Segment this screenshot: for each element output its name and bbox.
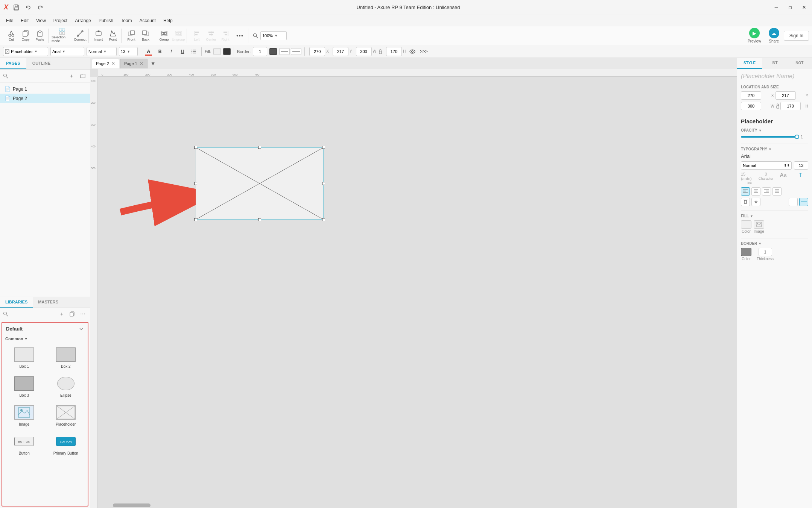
lock-size-icon[interactable] [379,49,382,54]
tab-outline[interactable]: OUTLINE [26,58,56,69]
copy-button[interactable]: Copy [19,29,32,43]
align-left-button[interactable]: Left [190,29,204,43]
page-item-1[interactable]: 📄 Page 1 [0,84,90,94]
border-color-swatch[interactable] [269,48,277,55]
widget-primary-button[interactable]: BUTTON Primary Button [46,431,86,458]
scrollbar-thumb[interactable] [113,503,151,507]
redo-icon[interactable] [36,3,44,12]
cut-button[interactable]: Cut [5,29,18,43]
h-input[interactable] [780,102,801,110]
x-input[interactable] [741,91,761,100]
line-style-btn2[interactable] [799,198,808,206]
handle-bl[interactable] [194,218,197,221]
valign-top-btn[interactable] [741,198,750,206]
handle-bm[interactable] [258,218,261,221]
menu-arrange[interactable]: Arrange [72,17,94,24]
tab-libraries[interactable]: LIBRARIES [0,297,33,308]
menu-file[interactable]: File [3,17,16,24]
align-center-text-btn[interactable] [751,187,760,196]
more-align-button[interactable] [233,29,246,43]
handle-ml[interactable] [194,182,197,185]
lib-dropdown-arrow[interactable] [79,326,84,332]
menu-view[interactable]: View [33,17,49,24]
insert-button[interactable]: Insert [92,29,105,43]
y-input[interactable] [776,91,796,100]
front-button[interactable]: Front [125,29,138,43]
selection-mode-button[interactable]: Selection Mode [52,29,73,43]
sign-in-button[interactable]: Sign In [784,31,809,41]
border-dashed-btn[interactable] [291,48,301,55]
align-right-button[interactable]: Right [219,29,232,43]
add-library-button[interactable]: + [58,310,66,318]
menu-team[interactable]: Team [118,17,135,24]
align-justify-text-btn[interactable] [772,187,782,196]
visibility-toggle[interactable] [408,47,417,56]
handle-mr[interactable] [322,182,325,185]
border-thickness-input[interactable] [759,248,772,256]
tab-not[interactable]: NOT [787,58,812,69]
w-input[interactable] [741,102,761,110]
point-button[interactable]: Point [106,29,120,43]
zoom-select[interactable]: 100% ▼ [260,31,287,40]
widget-ellipse[interactable]: Ellipse [46,373,86,400]
valign-more-btn[interactable] [751,198,760,206]
menu-account[interactable]: Account [137,17,159,24]
widget-placeholder[interactable]: Placeholder [46,402,86,429]
more-library-button[interactable]: ⋯ [79,310,87,318]
h-coord-input[interactable] [386,47,402,56]
tab-int[interactable]: INT [762,58,787,69]
italic-button[interactable]: I [167,47,176,56]
scrollbar-bottom[interactable] [105,503,737,508]
canvas-tab-more[interactable]: ▼ [148,59,158,68]
align-center-button[interactable]: Center [204,29,218,43]
widget-button[interactable]: BUTTON Button [5,431,44,458]
new-page-button[interactable]: + [67,72,76,80]
border-color-btn[interactable] [741,248,751,256]
widget-box3[interactable]: Box 3 [5,373,44,400]
border-value-input[interactable] [253,47,267,56]
canvas-tab-page2[interactable]: Page 2 ✕ [92,59,119,68]
border-solid-btn[interactable] [279,48,290,55]
undo-icon[interactable] [24,3,32,12]
page-item-2[interactable]: 📄 Page 2 [0,94,90,103]
minimize-icon[interactable]: ─ [772,3,780,12]
group-button[interactable]: Group [157,29,171,43]
size-select[interactable]: 13 ▼ [119,47,138,56]
widget-type-select[interactable]: Placeholder ▼ [3,47,48,56]
fill-dark-swatch[interactable] [223,48,231,55]
menu-project[interactable]: Project [50,17,70,24]
opacity-slider[interactable] [741,136,798,138]
menu-help[interactable]: Help [160,17,176,24]
y-coord-input[interactable] [333,47,348,56]
menu-edit[interactable]: Edit [18,17,32,24]
canvas-tab-page1[interactable]: Page 1 ✕ [120,59,147,68]
tab-style[interactable]: STYLE [737,58,762,69]
line-style-btn1[interactable] [789,198,798,206]
add-folder-button[interactable] [79,72,87,80]
tab-masters[interactable]: MASTERS [33,297,64,308]
save-icon[interactable] [12,3,20,12]
x-coord-input[interactable] [309,47,325,56]
handle-tr[interactable] [322,146,325,149]
list-button[interactable] [189,47,198,56]
more-options-button[interactable]: >>> [419,47,428,56]
close-icon[interactable]: ✕ [800,3,808,12]
handle-tm[interactable] [258,146,261,149]
connect-button[interactable]: Connect [73,29,87,43]
preview-button[interactable]: ▶ Preview [745,27,764,44]
copy-library-button[interactable] [68,310,76,318]
share-button[interactable]: ☁ Share [766,27,782,44]
fill-color-btn[interactable] [741,220,751,229]
font-size-input[interactable] [794,161,808,170]
widget-box2[interactable]: Box 2 [46,344,86,371]
ungroup-button[interactable]: Ungroup [172,29,185,43]
font-style-select[interactable]: Normal ⬆⬇ [741,161,792,170]
widget-box1[interactable]: Box 1 [5,344,44,371]
handle-tl[interactable] [194,146,197,149]
maximize-icon[interactable]: □ [786,3,794,12]
w-coord-input[interactable] [356,47,372,56]
font-color-button[interactable]: A [144,47,153,56]
bold-button[interactable]: B [155,47,164,56]
handle-br[interactable] [322,218,325,221]
underline-button[interactable]: U [178,47,187,56]
